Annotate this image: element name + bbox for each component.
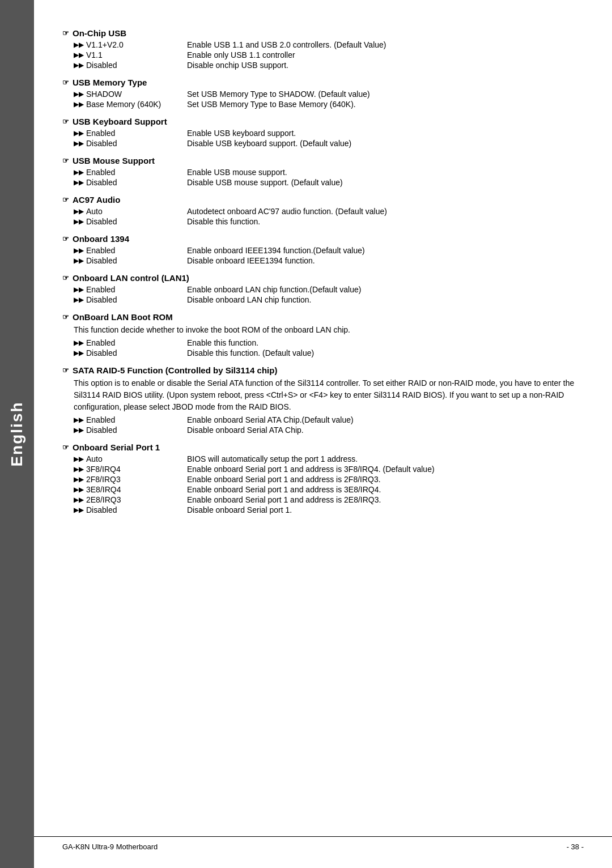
cursor-icon: ☞ [62, 366, 69, 375]
bullet-icon: ▶▶ [74, 416, 84, 424]
item-desc-text: Enable onboard LAN chip function.(Defaul… [187, 285, 584, 294]
bullet-icon: ▶▶ [74, 129, 84, 137]
item-key: ▶▶Disabled [74, 295, 187, 304]
cursor-icon: ☞ [62, 156, 69, 165]
item-key-text: V1.1+V2.0 [86, 40, 124, 49]
section-title-text: Onboard 1394 [73, 234, 129, 244]
section-title-text: Onboard LAN control (LAN1) [73, 273, 189, 283]
item-desc-text: Enable only USB 1.1 controller [187, 50, 584, 59]
cursor-icon: ☞ [62, 274, 69, 282]
cursor-icon: ☞ [62, 29, 69, 37]
item-key-text: 2E8/IRQ3 [86, 495, 121, 504]
item-desc-text: BIOS will automatically setup the port 1… [187, 454, 584, 463]
section-ac97-audio: ☞AC97 Audio▶▶AutoAutodetect onboard AC'9… [62, 195, 584, 226]
item-key: ▶▶Enabled [74, 129, 187, 138]
item-key: ▶▶Enabled [74, 285, 187, 294]
section-title-text: USB Memory Type [73, 78, 147, 87]
cursor-icon: ☞ [62, 313, 69, 321]
bullet-icon: ▶▶ [74, 100, 84, 108]
item-key-text: Enabled [86, 168, 115, 177]
item-desc-text: Enable onboard Serial port 1 and address… [187, 485, 584, 494]
list-item: ▶▶DisabledDisable onchip USB support. [62, 61, 584, 70]
section-title-text: SATA RAID-5 Function (Controlled by Sil3… [73, 365, 277, 375]
list-item: ▶▶DisabledDisable this function. (Defaul… [62, 348, 584, 358]
section-title-on-chip-usb: ☞On-Chip USB [62, 28, 584, 38]
item-key: ▶▶3F8/IRQ4 [74, 465, 187, 474]
section-title-onboard-lan-boot-rom: ☞OnBoard LAN Boot ROM [62, 312, 584, 322]
section-title-usb-mouse-support: ☞USB Mouse Support [62, 156, 584, 165]
item-key-text: Enabled [86, 285, 115, 294]
cursor-icon: ☞ [62, 195, 69, 204]
section-title-text: On-Chip USB [73, 28, 126, 38]
sidebar-label: English [8, 401, 26, 466]
list-item: ▶▶DisabledDisable onboard IEEE1394 funct… [62, 256, 584, 265]
section-title-onboard-1394: ☞Onboard 1394 [62, 234, 584, 244]
item-desc-text: Disable onchip USB support. [187, 61, 584, 70]
list-item: ▶▶3F8/IRQ4Enable onboard Serial port 1 a… [62, 465, 584, 474]
section-usb-keyboard-support: ☞USB Keyboard Support▶▶EnabledEnable USB… [62, 117, 584, 148]
item-key: ▶▶SHADOW [74, 90, 187, 99]
item-key-text: 3F8/IRQ4 [86, 465, 121, 474]
bullet-icon: ▶▶ [74, 51, 84, 59]
section-title-onboard-lan-control: ☞Onboard LAN control (LAN1) [62, 273, 584, 283]
item-desc-text: Disable USB mouse support. (Default valu… [187, 178, 584, 187]
cursor-icon: ☞ [62, 443, 69, 452]
list-item: ▶▶DisabledDisable onboard LAN chip funct… [62, 295, 584, 304]
section-sata-raid: ☞SATA RAID-5 Function (Controlled by Sil… [62, 365, 584, 435]
item-key-text: Enabled [86, 415, 115, 424]
item-desc-text: Enable USB 1.1 and USB 2.0 controllers. … [187, 40, 584, 49]
list-item: ▶▶DisabledDisable USB keyboard support. … [62, 139, 584, 148]
cursor-icon: ☞ [62, 78, 69, 87]
bullet-icon: ▶▶ [74, 178, 84, 186]
list-item: ▶▶EnabledEnable onboard LAN chip functio… [62, 285, 584, 294]
item-key: ▶▶V1.1+V2.0 [74, 40, 187, 49]
section-title-text: AC97 Audio [73, 195, 120, 205]
bullet-icon: ▶▶ [74, 286, 84, 293]
section-title-onboard-serial-port-1: ☞Onboard Serial Port 1 [62, 442, 584, 452]
item-key-text: V1.1 [86, 50, 103, 59]
section-usb-mouse-support: ☞USB Mouse Support▶▶EnabledEnable USB mo… [62, 156, 584, 187]
item-key-text: Disabled [86, 348, 117, 358]
bullet-icon: ▶▶ [74, 496, 84, 504]
item-desc-text: Set USB Memory Type to Base Memory (640K… [187, 100, 584, 109]
item-key: ▶▶Enabled [74, 415, 187, 424]
section-title-text: USB Keyboard Support [73, 117, 167, 126]
bullet-icon: ▶▶ [74, 41, 84, 49]
item-key: ▶▶Disabled [74, 139, 187, 148]
list-item: ▶▶EnabledEnable onboard IEEE1394 functio… [62, 246, 584, 255]
item-desc-text: Disable this function. (Default value) [187, 348, 584, 358]
item-desc-text: Autodetect onboard AC'97 audio function.… [187, 207, 584, 216]
item-desc-text: Disable onboard IEEE1394 function. [187, 256, 584, 265]
footer-left: GA-K8N Ultra-9 Motherboard [62, 843, 158, 851]
item-key-text: Disabled [86, 178, 117, 187]
bullet-icon: ▶▶ [74, 246, 84, 254]
section-title-ac97-audio: ☞AC97 Audio [62, 195, 584, 205]
section-onboard-lan-control: ☞Onboard LAN control (LAN1)▶▶EnabledEnab… [62, 273, 584, 304]
list-item: ▶▶DisabledDisable onboard Serial ATA Chi… [62, 426, 584, 435]
bullet-icon: ▶▶ [74, 139, 84, 147]
item-desc-text: Enable onboard IEEE1394 function.(Defaul… [187, 246, 584, 255]
bullet-icon: ▶▶ [74, 465, 84, 473]
list-item: ▶▶DisabledDisable USB mouse support. (De… [62, 178, 584, 187]
item-key: ▶▶Disabled [74, 256, 187, 265]
item-key-text: Disabled [86, 139, 117, 148]
item-desc-text: Disable USB keyboard support. (Default v… [187, 139, 584, 148]
item-key: ▶▶Auto [74, 207, 187, 216]
item-key: ▶▶V1.1 [74, 50, 187, 59]
item-key: ▶▶Enabled [74, 338, 187, 347]
item-key-text: SHADOW [86, 90, 122, 99]
section-desc-onboard-lan-boot-rom: This function decide whether to invoke t… [62, 324, 584, 336]
list-item: ▶▶V1.1+V2.0Enable USB 1.1 and USB 2.0 co… [62, 40, 584, 49]
bullet-icon: ▶▶ [74, 486, 84, 493]
list-item: ▶▶EnabledEnable USB mouse support. [62, 168, 584, 177]
item-key: ▶▶Disabled [74, 348, 187, 358]
item-key-text: Enabled [86, 246, 115, 255]
bullet-icon: ▶▶ [74, 296, 84, 304]
list-item: ▶▶V1.1Enable only USB 1.1 controller [62, 50, 584, 59]
section-title-text: Onboard Serial Port 1 [73, 442, 160, 452]
list-item: ▶▶Base Memory (640K)Set USB Memory Type … [62, 100, 584, 109]
item-desc-text: Disable onboard LAN chip function. [187, 295, 584, 304]
section-usb-memory-type: ☞USB Memory Type▶▶SHADOWSet USB Memory T… [62, 78, 584, 109]
item-desc-text: Enable onboard Serial port 1 and address… [187, 475, 584, 484]
section-onboard-serial-port-1: ☞Onboard Serial Port 1▶▶AutoBIOS will au… [62, 442, 584, 514]
